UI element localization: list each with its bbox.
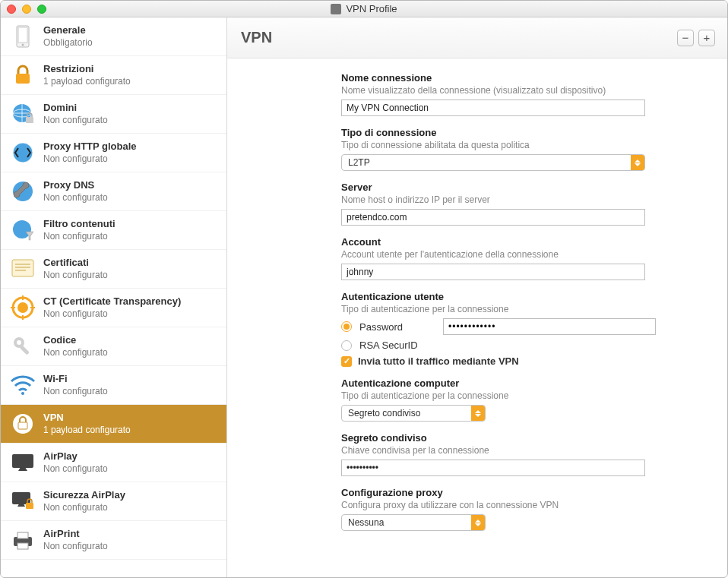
titlebar: VPN Profile [1,1,727,17]
proxy-select[interactable]: Nessuna [341,514,486,531]
sidebar-item-label: Proxy DNS [43,179,108,191]
sidebar-item-subtitle: Non configurato [43,502,125,513]
sidebar-item-subtitle: Non configurato [43,270,108,281]
svg-rect-10 [12,260,33,276]
sidebar-item-ct[interactable]: CT (Certificate Transparency) Non config… [1,289,226,327]
sidebar-item-label: CT (Certificate Transparency) [43,295,181,308]
sidebar-item-general[interactable]: Generale Obbligatorio [1,17,226,56]
svg-rect-29 [17,532,28,539]
svg-rect-22 [18,422,27,429]
sidebar-item-subtitle: 1 payload configurato [43,76,131,87]
sidebar-item-subtitle: 1 payload configurato [43,425,131,436]
description: Tipo di connessione abilitata da questa … [341,140,709,150]
chevron-updown-icon [471,406,485,421]
label: Configurazione proxy [341,487,709,498]
field-connection-type: Tipo di connessione Tipo di connessione … [341,127,709,171]
send-all-traffic-checkbox[interactable] [341,356,352,367]
account-input[interactable] [341,264,645,280]
remove-payload-button[interactable]: − [677,30,694,46]
sidebar[interactable]: Generale Obbligatorio Restrizioni 1 payl… [1,17,227,577]
sidebar-item-subtitle: Obbligatorio [43,37,93,49]
sidebar-item-label: AirPlay [43,450,108,463]
svg-point-2 [22,44,24,46]
sidebar-item-label: VPN [43,412,131,424]
radio-row-password[interactable]: Password [341,318,709,335]
svg-rect-27 [26,503,33,509]
airplay-lock-icon [10,488,36,514]
wifi-icon [10,372,36,398]
sidebar-item-certificates[interactable]: Certificati Non configurato [1,250,226,289]
lock-icon [10,62,36,88]
sidebar-item-airplay[interactable]: AirPlay Non configurato [1,444,226,482]
server-input[interactable] [341,209,645,226]
machine-auth-select[interactable]: Segreto condiviso [341,405,486,422]
description: Tipo di autenticazione per la connession… [341,390,709,401]
sidebar-item-label: Certificati [43,257,108,269]
field-machine-auth: Autenticazione computer Tipo di autentic… [341,377,709,422]
sidebar-item-label: Codice [43,334,108,346]
svg-point-12 [17,302,28,313]
sidebar-item-subtitle: Non configurato [43,231,116,242]
description: Configura proxy da utilizzare con la con… [341,500,709,510]
label: Nome connessione [341,72,709,84]
field-account: Account Account utente per l'autenticazi… [341,236,709,280]
connection-type-select[interactable]: L2TP [341,154,645,171]
cert-icon [10,256,36,282]
sidebar-item-subtitle: Non configurato [43,192,108,204]
field-user-auth: Autenticazione utente Tipo di autenticaz… [341,291,709,367]
sidebar-item-domains[interactable]: Domini Non configurato [1,95,226,134]
radio-password[interactable] [341,321,352,332]
main-panel: VPN − + Nome connessione Nome visualizza… [227,17,727,577]
sidebar-item-airplay-security[interactable]: Sicurezza AirPlay Non configurato [1,482,226,521]
label: Segreto condiviso [341,432,709,444]
radio-rsa[interactable] [341,340,352,351]
svg-rect-6 [26,117,33,123]
sidebar-item-wifi[interactable]: Wi-Fi Non configurato [1,366,226,405]
sidebar-item-subtitle: Non configurato [43,153,137,165]
description: Account utente per l'autenticazione dell… [341,249,709,260]
label: Autenticazione computer [341,377,709,389]
description: Nome visualizzato della connessione (vis… [341,85,709,96]
ct-icon [10,295,36,321]
sidebar-item-subtitle: Non configurato [43,463,108,475]
airplay-icon [10,450,36,475]
body: Generale Obbligatorio Restrizioni 1 payl… [1,17,727,577]
select-value: L2TP [342,155,631,170]
header-buttons: − + [677,30,715,46]
sidebar-item-label: Wi-Fi [43,373,108,385]
sidebar-item-label: Proxy HTTP globale [43,141,137,153]
connection-name-input[interactable] [341,99,645,116]
main-header: VPN − + [227,17,727,58]
description: Chiave condivisa per la connessione [341,445,709,456]
sidebar-item-vpn[interactable]: VPN 1 payload configurato [1,405,226,444]
label: Server [341,182,709,193]
sidebar-item-restrictions[interactable]: Restrizioni 1 payload configurato [1,56,226,95]
password-input[interactable] [443,318,656,335]
radio-label: Password [359,321,435,333]
shared-secret-input[interactable] [341,460,645,476]
radio-row-rsa[interactable]: RSA SecurID [341,340,709,351]
add-payload-button[interactable]: + [698,30,715,46]
form-area: Nome connessione Nome visualizzato della… [227,58,727,577]
send-all-traffic-row[interactable]: Invia tutto il traffico mediante VPN [341,355,709,367]
window: VPN Profile Generale Obbligatorio Restri… [0,0,728,578]
sidebar-item-label: Sicurezza AirPlay [43,489,125,501]
sidebar-item-content-filter[interactable]: Filtro contenuti Non configurato [1,211,226,250]
sidebar-item-http-proxy[interactable]: Proxy HTTP globale Non configurato [1,134,226,172]
radio-label: RSA SecurID [359,340,435,351]
page-title: VPN [241,29,272,46]
sidebar-item-dns-proxy[interactable]: Proxy DNS Non configurato [1,172,226,211]
label: Tipo di connessione [341,127,709,138]
sidebar-item-passcode[interactable]: Codice Non configurato [1,327,226,366]
sidebar-item-subtitle: Non configurato [43,308,181,320]
chevron-updown-icon [471,515,485,530]
sidebar-item-airprint[interactable]: AirPrint Non configurato [1,521,226,560]
sidebar-item-subtitle: Non configurato [43,115,108,126]
window-title: VPN Profile [346,3,397,14]
svg-point-20 [21,392,24,395]
field-shared-secret: Segreto condiviso Chiave condivisa per l… [341,432,709,476]
window-title-wrap: VPN Profile [1,3,727,14]
vpn-icon [10,411,36,437]
label: Account [341,236,709,248]
svg-point-18 [17,340,21,345]
